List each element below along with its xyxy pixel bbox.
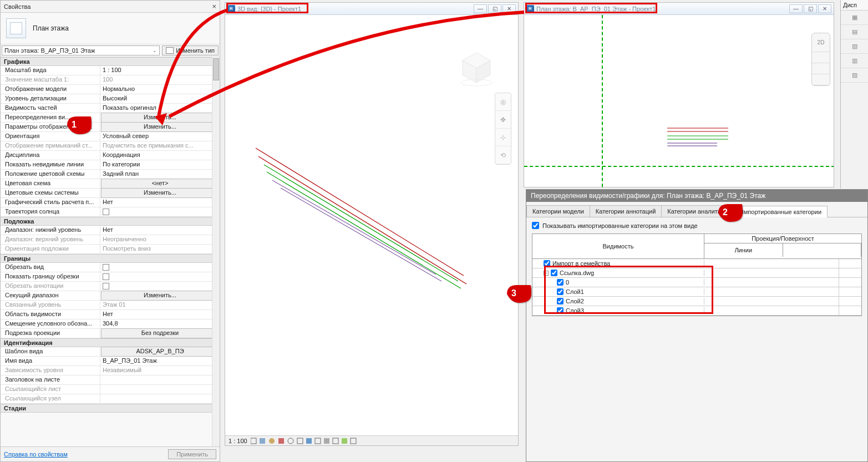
property-value[interactable]: Нет [100,198,220,207]
strip-button[interactable]: ▤ [841,25,868,39]
close-icon[interactable]: × [212,2,216,11]
property-row[interactable]: Показать невидимые линииПо категории [1,160,220,170]
restore-button[interactable]: ◱ [488,4,501,13]
property-row[interactable]: ДисциплинаКоординация [1,151,220,160]
property-value[interactable]: Посмотреть вниз [100,245,220,253]
nav-2d-icon[interactable]: 2D [812,33,830,52]
property-value[interactable]: Изменить... [101,122,219,132]
property-value[interactable]: Независимый [100,366,220,375]
property-value[interactable]: Нет [100,310,220,319]
property-value[interactable]: Нормально [100,85,220,94]
scale-label[interactable]: 1 : 100 [229,438,247,444]
property-row[interactable]: Связанный уровеньЭтаж 01 [1,301,220,310]
edit-type-button[interactable]: Изменить тип [162,45,219,55]
dialog-tab[interactable]: Категории аналитиче [661,205,734,217]
property-value[interactable] [100,207,220,216]
visibility-checkbox[interactable] [544,260,550,267]
visibility-row[interactable]: Импорт в семейства [532,259,861,268]
show-imported-checkbox[interactable]: Показывать импортированные категории на … [532,222,862,229]
property-row[interactable]: Цветовая схема<нет> [1,179,220,189]
property-value[interactable]: По категории [100,160,220,169]
apply-button[interactable]: Применить [168,449,216,459]
property-value[interactable]: Условный север [100,132,220,141]
property-row[interactable]: Параметры отображения гра...Изменить... [1,123,220,132]
checkbox-icon[interactable] [103,264,109,271]
group-header[interactable]: Стадии⌃ [1,404,220,413]
property-row[interactable]: Отображение моделиНормально [1,85,220,94]
property-value[interactable]: Показать оригинал [100,104,220,113]
property-value[interactable]: Этаж 01 [100,301,220,309]
scrollbar[interactable] [212,57,220,446]
minimize-button[interactable]: — [789,4,803,13]
property-row[interactable]: Диапазон: верхний уровеньНеограниченно [1,235,220,245]
property-row[interactable]: Переопределения ви...Изменить... [1,113,220,123]
property-value[interactable]: ADSK_АР_В_ПЭ [101,347,219,357]
visibility-row[interactable]: Слой1 [532,287,861,297]
visibility-row[interactable]: Слой2 [532,297,861,306]
restore-button[interactable]: ◱ [804,4,817,13]
property-value[interactable] [100,375,220,384]
strip-button[interactable]: ▨ [841,68,868,83]
property-row[interactable]: Ссылающийся узел [1,394,220,404]
view-plan-canvas[interactable]: 2D [524,15,834,187]
strip-button[interactable]: ▥ [841,54,868,68]
property-row[interactable]: Заголовок на листе [1,375,220,385]
property-value[interactable] [100,263,220,272]
show-imported-input[interactable] [532,222,539,229]
property-row[interactable]: Показать границу обрезки [1,272,220,282]
property-row[interactable]: Положение цветовой схемыЗадний план [1,170,220,179]
close-button[interactable]: ✕ [502,4,516,13]
property-row[interactable]: Ссылающийся лист [1,385,220,394]
group-header[interactable]: Идентификация⌃ [1,338,220,347]
property-row[interactable]: Обрезать аннотации [1,282,220,291]
dialog-tab[interactable]: Импортированные категории [733,206,828,217]
property-row[interactable]: Видимость частейПоказать оригинал [1,104,220,113]
view-control-icons[interactable] [251,437,428,445]
property-row[interactable]: Имя видаВ_АР_ПЭ_01 Этаж [1,357,220,366]
property-value[interactable]: Изменить... [101,188,219,198]
property-row[interactable]: Цветовые схемы системыИзменить... [1,189,220,198]
properties-help-link[interactable]: Справка по свойствам [4,451,68,458]
property-row[interactable]: Значение масштаба 1:100 [1,75,220,85]
visibility-row[interactable]: 0 [532,278,861,287]
property-value[interactable]: 1 : 100 [100,66,220,75]
property-value[interactable]: Координация [100,151,220,160]
visibility-checkbox[interactable] [551,270,557,276]
property-row[interactable]: Траектория солнца [1,207,220,217]
property-row[interactable]: Шаблон видаADSK_АР_В_ПЭ [1,347,220,357]
property-value[interactable]: Без подрезки [101,328,219,338]
property-row[interactable]: Графический стиль расчета п...Нет [1,198,220,207]
strip-button[interactable]: ▦ [841,11,868,25]
property-row[interactable]: Область видимостиНет [1,310,220,319]
property-value[interactable]: Подчистить все примыкания с... [100,141,220,150]
close-button[interactable]: ✕ [818,4,831,13]
view-3d-canvas[interactable]: ◎ ✥ ⊹ ⟲ [225,15,518,435]
checkbox-icon[interactable] [103,273,109,280]
property-row[interactable]: Секущий диапазонИзменить... [1,291,220,301]
strip-button[interactable]: ▧ [841,39,868,54]
property-row[interactable]: Ориентация подложкиПосмотреть вниз [1,245,220,254]
scrollbar-thumb[interactable] [213,58,219,80]
property-row[interactable]: Обрезать вид [1,263,220,272]
type-selector[interactable]: План этажа: В_АР_ПЭ_01 Этаж ⌄ [2,45,160,55]
visibility-checkbox[interactable] [557,307,564,314]
tree-expand-icon[interactable]: − [544,271,549,276]
property-value[interactable]: Высокий [100,94,220,103]
group-header[interactable]: Графика⌃ [1,57,220,66]
property-row[interactable]: Отображение примыканий ст...Подчистить в… [1,141,220,151]
property-row[interactable]: Масштаб вида1 : 100 [1,66,220,75]
property-row[interactable]: Уровень детализацииВысокий [1,94,220,104]
visibility-checkbox[interactable] [557,298,564,304]
dialog-tab[interactable]: Категории аннотаций [590,205,662,217]
group-header[interactable]: Границы⌃ [1,254,220,263]
property-value[interactable]: 100 [100,75,220,84]
property-value[interactable]: Неограниченно [100,235,220,244]
visibility-checkbox[interactable] [557,288,564,295]
visibility-checkbox[interactable] [557,279,564,286]
group-header[interactable]: Подложка⌃ [1,217,220,226]
checkbox-icon[interactable] [103,283,109,290]
property-value[interactable]: Нет [100,226,220,235]
property-value[interactable] [100,385,220,394]
visibility-row[interactable]: Слой3 [532,306,861,316]
property-value[interactable]: 304,8 [100,319,220,328]
